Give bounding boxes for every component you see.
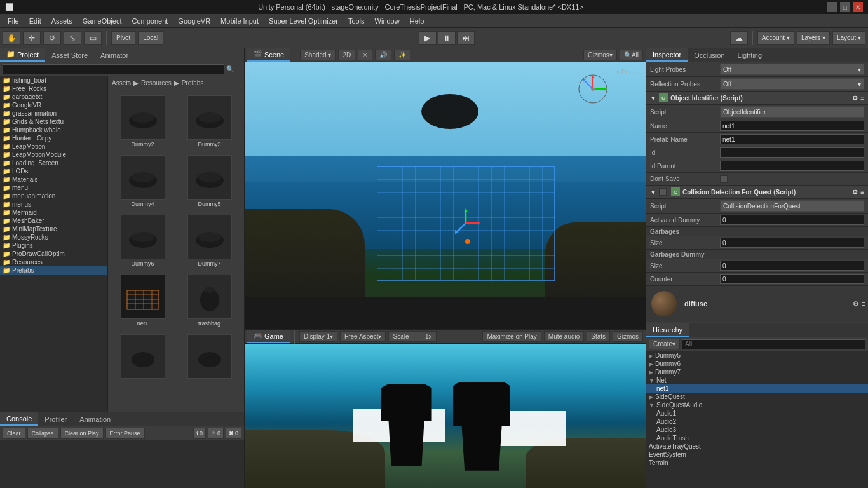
hierarchy-item-sidequestaudiosection[interactable]: ▼ SideQuestAudio: [646, 401, 868, 409]
cd-activateddummy-field[interactable]: [720, 215, 864, 225]
menu-edit[interactable]: Edit: [24, 16, 46, 26]
play-button[interactable]: ▶: [419, 31, 437, 45]
asset-item9[interactable]: [111, 332, 175, 383]
scale-tool-button[interactable]: ⤡: [64, 31, 81, 45]
stats-button[interactable]: Stats: [587, 331, 610, 342]
menu-superlevel[interactable]: Super Level Optimizer: [264, 16, 343, 26]
menu-assets[interactable]: Assets: [46, 16, 78, 26]
asset-net1[interactable]: net1: [111, 272, 175, 329]
hierarchy-item-audiotrash[interactable]: AudioTrash: [646, 434, 868, 442]
oi-name-field[interactable]: [720, 121, 864, 131]
light-probes-dropdown[interactable]: Off ▾: [720, 64, 864, 75]
shading-dropdown[interactable]: Shaded ▾: [300, 50, 336, 60]
folder-hunter-copy[interactable]: 📁Hunter - Copy: [0, 134, 107, 142]
tab-hierarchy[interactable]: Hierarchy: [646, 323, 689, 337]
hierarchy-item-audio3[interactable]: Audio3: [646, 426, 868, 434]
folder-plugins[interactable]: 📁Plugins: [0, 241, 107, 250]
folder-menuanimation[interactable]: 📁menuanimation: [0, 192, 107, 200]
asset-dummy5[interactable]: Dummy5: [177, 152, 241, 210]
folder-loading-screen[interactable]: 📁Loading_Screen: [0, 159, 107, 167]
hierarchy-item-dummy5[interactable]: ▶ Dummy5: [646, 351, 868, 360]
hand-tool-button[interactable]: ✋: [3, 31, 20, 45]
folder-resources[interactable]: 📁Resources: [0, 258, 107, 266]
step-button[interactable]: ⏭: [457, 31, 475, 45]
project-search-input[interactable]: [3, 64, 224, 74]
asset-dummy6[interactable]: Dummy6: [111, 212, 175, 269]
hierarchy-item-terrain[interactable]: Terrain: [646, 459, 868, 467]
clear-button[interactable]: Clear: [3, 428, 25, 439]
cd-counter-field[interactable]: [720, 274, 864, 284]
folder-lods[interactable]: 📁LODs: [0, 167, 107, 175]
oi-prefabname-field[interactable]: [720, 134, 864, 144]
clear-on-play-button[interactable]: Clear on Play: [60, 428, 104, 439]
folder-materials[interactable]: 📁Materials: [0, 175, 107, 184]
menu-tools[interactable]: Tools: [343, 16, 370, 26]
error-pause-button[interactable]: Error Pause: [105, 428, 145, 439]
cd-script-dropdown[interactable]: CollisionDetectionForQuest: [720, 200, 864, 212]
folder-leapmotionmodule[interactable]: 📁LeapMotionModule: [0, 151, 107, 159]
folder-menus[interactable]: 📁menus: [0, 200, 107, 208]
reflection-probes-dropdown[interactable]: Off ▾: [720, 78, 864, 90]
cd-menu-icon[interactable]: ≡: [860, 189, 864, 196]
oi-idparent-field[interactable]: [720, 161, 864, 171]
collapse-button[interactable]: Collapse: [27, 428, 58, 439]
menu-gameobject[interactable]: GameObject: [78, 16, 127, 26]
tab-lighting[interactable]: Lighting: [731, 48, 769, 62]
scene-light-button[interactable]: ☀: [358, 50, 372, 60]
asset-dummy2[interactable]: Dummy2: [111, 93, 175, 150]
hierarchy-create-dropdown[interactable]: Create▾: [649, 339, 680, 349]
rotate-tool-button[interactable]: ↺: [43, 31, 61, 45]
tab-scene[interactable]: 🎬 Scene: [247, 48, 290, 62]
layout-dropdown[interactable]: Layout ▾: [832, 31, 865, 45]
hierarchy-item-audio2[interactable]: Audio2: [646, 417, 868, 426]
asset-item10[interactable]: [177, 332, 241, 383]
cd-settings-icon[interactable]: ⚙: [852, 189, 858, 196]
cd-enabled-checkbox[interactable]: [659, 188, 667, 196]
breadcrumb-assets[interactable]: Assets: [112, 79, 131, 86]
menu-help[interactable]: Help: [405, 16, 430, 26]
hierarchy-item-eventsystem[interactable]: EventSystem: [646, 451, 868, 459]
folder-mossyrocks[interactable]: 📁MossyRocks: [0, 233, 107, 241]
scene-effects-button[interactable]: ✨: [394, 50, 410, 60]
hierarchy-item-audio1[interactable]: Audio1: [646, 409, 868, 417]
folder-menu[interactable]: 📁menu: [0, 184, 107, 192]
asset-trashbag[interactable]: trashbag: [177, 272, 241, 329]
menu-component[interactable]: Component: [126, 16, 173, 26]
asset-dummy4[interactable]: Dummy4: [111, 152, 175, 210]
folder-leapmotion[interactable]: 📁LeapMotion: [0, 142, 107, 151]
game-gizmos-button[interactable]: Gizmos: [613, 331, 643, 342]
account-dropdown[interactable]: Account ▾: [757, 31, 794, 45]
object-identifier-header[interactable]: ▼ C Object Identifier (Script) ⚙ ≡: [646, 92, 868, 105]
folder-googlevr[interactable]: 📁GoogleVR: [0, 101, 107, 109]
hierarchy-item-sidequest[interactable]: ▶ SideQuest: [646, 393, 868, 401]
local-button[interactable]: Local: [138, 31, 163, 45]
tab-game[interactable]: 🎮 Game: [247, 330, 290, 343]
aspect-dropdown[interactable]: Free Aspect▾: [340, 331, 386, 342]
oi-script-dropdown[interactable]: ObjectIdentifier: [720, 106, 864, 118]
tab-occlusion[interactable]: Occlusion: [688, 48, 731, 62]
pivot-button[interactable]: Pivot: [111, 31, 135, 45]
hierarchy-item-dummy7[interactable]: ▶ Dummy7: [646, 368, 868, 376]
asset-dummy3[interactable]: Dummy3: [177, 93, 241, 150]
breadcrumb-prefabs[interactable]: Prefabs: [182, 79, 203, 86]
cloud-button[interactable]: ☁: [730, 31, 748, 45]
2d-button[interactable]: 2D: [338, 50, 355, 60]
folder-mermaid[interactable]: 📁Mermaid: [0, 208, 107, 217]
tab-profiler[interactable]: Profiler: [38, 412, 73, 426]
tab-project[interactable]: 📁 Project: [0, 48, 45, 62]
folder-prefabs[interactable]: 📁Prefabs: [0, 266, 107, 274]
maximize-on-play-button[interactable]: Maximize on Play: [482, 331, 541, 342]
tab-animator[interactable]: Animator: [94, 48, 135, 62]
tab-inspector[interactable]: Inspector: [646, 48, 688, 62]
oi-id-field[interactable]: [720, 147, 864, 158]
hierarchy-item-dummy6[interactable]: ▶ Dummy6: [646, 360, 868, 368]
folder-grids-nets[interactable]: 📁Grids & Nets textu: [0, 118, 107, 126]
hierarchy-item-net[interactable]: ▼ Net: [646, 376, 868, 384]
material-menu-icon[interactable]: ≡: [862, 300, 865, 308]
folder-minimaptexture[interactable]: 📁MiniMapTexture: [0, 225, 107, 233]
folder-fishing-boat[interactable]: 📁fishing_boat: [0, 76, 107, 85]
gizmos-dropdown[interactable]: Gizmos▾: [583, 50, 617, 60]
folder-free-rocks[interactable]: 📁Free_Rocks: [0, 85, 107, 93]
scale-control[interactable]: Scale —— 1x: [388, 331, 436, 342]
game-canvas[interactable]: [245, 344, 646, 488]
